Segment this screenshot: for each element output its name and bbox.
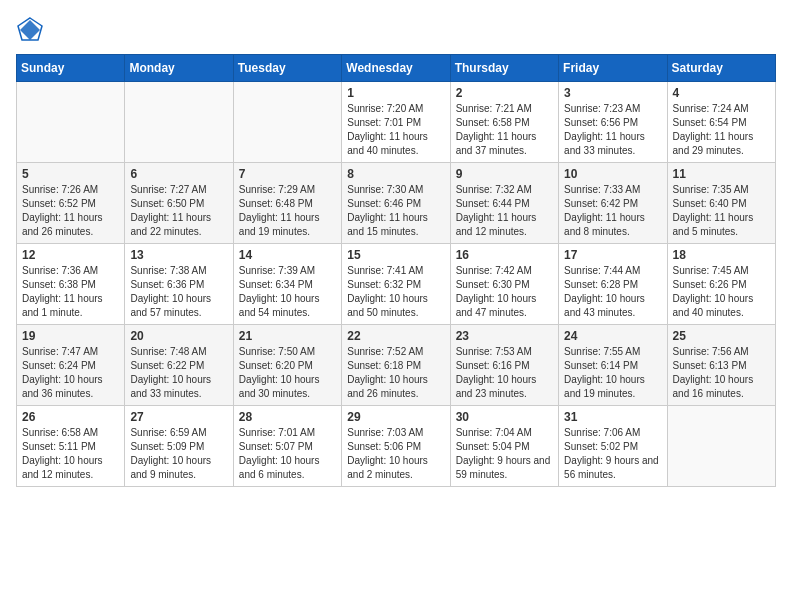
day-number: 8 (347, 167, 444, 181)
day-number: 12 (22, 248, 119, 262)
day-info: Sunrise: 7:27 AM Sunset: 6:50 PM Dayligh… (130, 183, 227, 239)
day-info: Sunrise: 7:36 AM Sunset: 6:38 PM Dayligh… (22, 264, 119, 320)
day-info: Sunrise: 7:35 AM Sunset: 6:40 PM Dayligh… (673, 183, 770, 239)
day-info: Sunrise: 7:50 AM Sunset: 6:20 PM Dayligh… (239, 345, 336, 401)
day-number: 2 (456, 86, 553, 100)
weekday-header: Thursday (450, 55, 558, 82)
day-info: Sunrise: 7:41 AM Sunset: 6:32 PM Dayligh… (347, 264, 444, 320)
calendar-day-cell: 31Sunrise: 7:06 AM Sunset: 5:02 PM Dayli… (559, 406, 667, 487)
day-info: Sunrise: 7:52 AM Sunset: 6:18 PM Dayligh… (347, 345, 444, 401)
calendar-week-row: 19Sunrise: 7:47 AM Sunset: 6:24 PM Dayli… (17, 325, 776, 406)
day-number: 6 (130, 167, 227, 181)
day-number: 19 (22, 329, 119, 343)
day-number: 13 (130, 248, 227, 262)
calendar-day-cell: 21Sunrise: 7:50 AM Sunset: 6:20 PM Dayli… (233, 325, 341, 406)
calendar-day-cell: 28Sunrise: 7:01 AM Sunset: 5:07 PM Dayli… (233, 406, 341, 487)
calendar-day-cell: 29Sunrise: 7:03 AM Sunset: 5:06 PM Dayli… (342, 406, 450, 487)
day-number: 1 (347, 86, 444, 100)
calendar-day-cell: 4Sunrise: 7:24 AM Sunset: 6:54 PM Daylig… (667, 82, 775, 163)
calendar-day-cell: 7Sunrise: 7:29 AM Sunset: 6:48 PM Daylig… (233, 163, 341, 244)
calendar-day-cell: 3Sunrise: 7:23 AM Sunset: 6:56 PM Daylig… (559, 82, 667, 163)
calendar-empty-cell (667, 406, 775, 487)
day-number: 30 (456, 410, 553, 424)
calendar-day-cell: 12Sunrise: 7:36 AM Sunset: 6:38 PM Dayli… (17, 244, 125, 325)
calendar-week-row: 1Sunrise: 7:20 AM Sunset: 7:01 PM Daylig… (17, 82, 776, 163)
day-info: Sunrise: 7:47 AM Sunset: 6:24 PM Dayligh… (22, 345, 119, 401)
day-info: Sunrise: 7:04 AM Sunset: 5:04 PM Dayligh… (456, 426, 553, 482)
day-info: Sunrise: 7:32 AM Sunset: 6:44 PM Dayligh… (456, 183, 553, 239)
day-number: 20 (130, 329, 227, 343)
weekday-header: Saturday (667, 55, 775, 82)
calendar-day-cell: 22Sunrise: 7:52 AM Sunset: 6:18 PM Dayli… (342, 325, 450, 406)
day-info: Sunrise: 7:24 AM Sunset: 6:54 PM Dayligh… (673, 102, 770, 158)
calendar-empty-cell (233, 82, 341, 163)
calendar-week-row: 5Sunrise: 7:26 AM Sunset: 6:52 PM Daylig… (17, 163, 776, 244)
calendar-day-cell: 6Sunrise: 7:27 AM Sunset: 6:50 PM Daylig… (125, 163, 233, 244)
calendar-empty-cell (125, 82, 233, 163)
calendar-day-cell: 8Sunrise: 7:30 AM Sunset: 6:46 PM Daylig… (342, 163, 450, 244)
day-number: 31 (564, 410, 661, 424)
calendar-day-cell: 2Sunrise: 7:21 AM Sunset: 6:58 PM Daylig… (450, 82, 558, 163)
calendar-day-cell: 23Sunrise: 7:53 AM Sunset: 6:16 PM Dayli… (450, 325, 558, 406)
calendar-day-cell: 15Sunrise: 7:41 AM Sunset: 6:32 PM Dayli… (342, 244, 450, 325)
day-info: Sunrise: 7:45 AM Sunset: 6:26 PM Dayligh… (673, 264, 770, 320)
page-header (16, 16, 776, 44)
day-number: 29 (347, 410, 444, 424)
day-number: 17 (564, 248, 661, 262)
weekday-header: Wednesday (342, 55, 450, 82)
logo-icon (16, 16, 44, 44)
calendar-header-row: SundayMondayTuesdayWednesdayThursdayFrid… (17, 55, 776, 82)
day-info: Sunrise: 7:39 AM Sunset: 6:34 PM Dayligh… (239, 264, 336, 320)
day-info: Sunrise: 7:44 AM Sunset: 6:28 PM Dayligh… (564, 264, 661, 320)
calendar-day-cell: 13Sunrise: 7:38 AM Sunset: 6:36 PM Dayli… (125, 244, 233, 325)
day-number: 14 (239, 248, 336, 262)
calendar-day-cell: 19Sunrise: 7:47 AM Sunset: 6:24 PM Dayli… (17, 325, 125, 406)
calendar-day-cell: 5Sunrise: 7:26 AM Sunset: 6:52 PM Daylig… (17, 163, 125, 244)
day-number: 22 (347, 329, 444, 343)
calendar-table: SundayMondayTuesdayWednesdayThursdayFrid… (16, 54, 776, 487)
calendar-day-cell: 25Sunrise: 7:56 AM Sunset: 6:13 PM Dayli… (667, 325, 775, 406)
calendar-week-row: 12Sunrise: 7:36 AM Sunset: 6:38 PM Dayli… (17, 244, 776, 325)
calendar-day-cell: 17Sunrise: 7:44 AM Sunset: 6:28 PM Dayli… (559, 244, 667, 325)
day-info: Sunrise: 7:53 AM Sunset: 6:16 PM Dayligh… (456, 345, 553, 401)
day-number: 15 (347, 248, 444, 262)
day-number: 10 (564, 167, 661, 181)
day-info: Sunrise: 7:26 AM Sunset: 6:52 PM Dayligh… (22, 183, 119, 239)
weekday-header: Sunday (17, 55, 125, 82)
calendar-day-cell: 24Sunrise: 7:55 AM Sunset: 6:14 PM Dayli… (559, 325, 667, 406)
day-number: 3 (564, 86, 661, 100)
day-info: Sunrise: 7:20 AM Sunset: 7:01 PM Dayligh… (347, 102, 444, 158)
day-number: 24 (564, 329, 661, 343)
calendar-day-cell: 27Sunrise: 6:59 AM Sunset: 5:09 PM Dayli… (125, 406, 233, 487)
weekday-header: Monday (125, 55, 233, 82)
day-info: Sunrise: 7:01 AM Sunset: 5:07 PM Dayligh… (239, 426, 336, 482)
day-info: Sunrise: 6:58 AM Sunset: 5:11 PM Dayligh… (22, 426, 119, 482)
day-info: Sunrise: 7:55 AM Sunset: 6:14 PM Dayligh… (564, 345, 661, 401)
day-info: Sunrise: 6:59 AM Sunset: 5:09 PM Dayligh… (130, 426, 227, 482)
day-number: 11 (673, 167, 770, 181)
day-number: 18 (673, 248, 770, 262)
calendar-day-cell: 26Sunrise: 6:58 AM Sunset: 5:11 PM Dayli… (17, 406, 125, 487)
day-info: Sunrise: 7:23 AM Sunset: 6:56 PM Dayligh… (564, 102, 661, 158)
weekday-header: Friday (559, 55, 667, 82)
calendar-day-cell: 1Sunrise: 7:20 AM Sunset: 7:01 PM Daylig… (342, 82, 450, 163)
day-info: Sunrise: 7:30 AM Sunset: 6:46 PM Dayligh… (347, 183, 444, 239)
logo (16, 16, 48, 44)
calendar-day-cell: 16Sunrise: 7:42 AM Sunset: 6:30 PM Dayli… (450, 244, 558, 325)
day-info: Sunrise: 7:56 AM Sunset: 6:13 PM Dayligh… (673, 345, 770, 401)
calendar-day-cell: 11Sunrise: 7:35 AM Sunset: 6:40 PM Dayli… (667, 163, 775, 244)
calendar-day-cell: 14Sunrise: 7:39 AM Sunset: 6:34 PM Dayli… (233, 244, 341, 325)
day-number: 21 (239, 329, 336, 343)
day-number: 16 (456, 248, 553, 262)
day-number: 25 (673, 329, 770, 343)
day-info: Sunrise: 7:42 AM Sunset: 6:30 PM Dayligh… (456, 264, 553, 320)
day-info: Sunrise: 7:33 AM Sunset: 6:42 PM Dayligh… (564, 183, 661, 239)
day-number: 23 (456, 329, 553, 343)
calendar-empty-cell (17, 82, 125, 163)
day-number: 9 (456, 167, 553, 181)
calendar-day-cell: 9Sunrise: 7:32 AM Sunset: 6:44 PM Daylig… (450, 163, 558, 244)
calendar-day-cell: 20Sunrise: 7:48 AM Sunset: 6:22 PM Dayli… (125, 325, 233, 406)
day-info: Sunrise: 7:29 AM Sunset: 6:48 PM Dayligh… (239, 183, 336, 239)
day-info: Sunrise: 7:06 AM Sunset: 5:02 PM Dayligh… (564, 426, 661, 482)
weekday-header: Tuesday (233, 55, 341, 82)
